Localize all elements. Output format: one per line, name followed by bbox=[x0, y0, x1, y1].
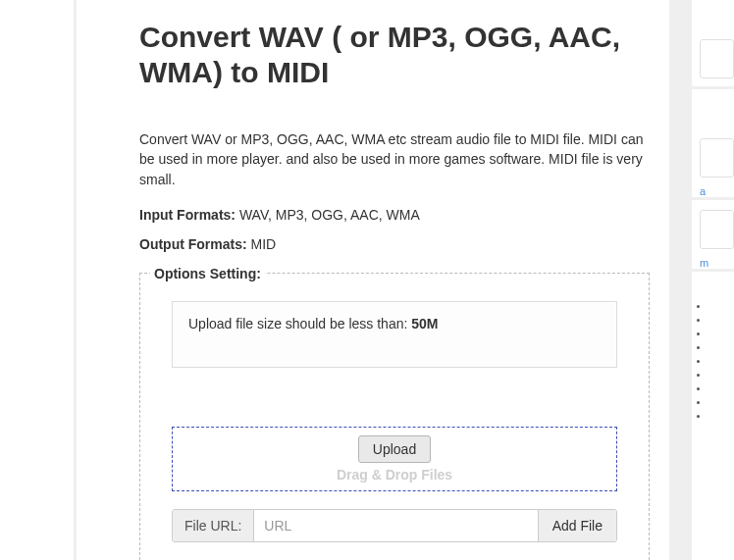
right-sidebar: a m bbox=[689, 0, 734, 560]
left-gutter bbox=[0, 0, 74, 560]
output-formats-line: Output Formats: MID bbox=[96, 236, 650, 252]
sidebar-list-item[interactable] bbox=[709, 383, 734, 397]
page-title: Convert WAV ( or MP3, OGG, AAC, WMA) to … bbox=[96, 20, 650, 90]
sidebar-list-item[interactable] bbox=[709, 370, 734, 383]
sidebar-list bbox=[709, 301, 734, 425]
sidebar-list-item[interactable] bbox=[709, 411, 734, 425]
url-footnote bbox=[172, 552, 617, 560]
file-url-input[interactable] bbox=[254, 510, 537, 541]
file-url-label: File URL: bbox=[173, 510, 254, 541]
upload-limit-value: 50M bbox=[411, 316, 438, 331]
options-fieldset: Options Setting: Upload file size should… bbox=[139, 266, 650, 560]
sidebar-card[interactable] bbox=[700, 138, 734, 178]
main-content: Convert WAV ( or MP3, OGG, AAC, WMA) to … bbox=[77, 0, 669, 560]
output-formats-value: MID bbox=[251, 236, 277, 252]
sidebar-card[interactable] bbox=[700, 39, 734, 78]
input-formats-line: Input Formats: WAV, MP3, OGG, AAC, WMA bbox=[96, 207, 650, 223]
output-formats-label: Output Formats: bbox=[139, 236, 247, 252]
sidebar-list-item[interactable] bbox=[709, 356, 734, 370]
sidebar-label: a bbox=[700, 185, 734, 197]
input-formats-value: WAV, MP3, OGG, AAC, WMA bbox=[239, 207, 420, 223]
input-formats-label: Input Formats: bbox=[139, 207, 236, 223]
sidebar-list-item[interactable] bbox=[709, 329, 734, 342]
sidebar-label: m bbox=[700, 257, 734, 269]
left-divider bbox=[74, 0, 77, 560]
add-file-button[interactable]: Add File bbox=[538, 510, 616, 541]
dropzone-hint: Drag & Drop Files bbox=[337, 467, 452, 483]
options-legend: Options Setting: bbox=[150, 266, 265, 281]
sidebar-list-item[interactable] bbox=[709, 397, 734, 411]
file-url-row: File URL: Add File bbox=[172, 509, 617, 542]
sidebar-list-item[interactable] bbox=[709, 315, 734, 329]
sidebar-list-item[interactable] bbox=[709, 301, 734, 315]
page-description: Convert WAV or MP3, OGG, AAC, WMA etc st… bbox=[96, 129, 650, 189]
upload-button[interactable]: Upload bbox=[358, 435, 431, 463]
sidebar-list-item[interactable] bbox=[709, 342, 734, 356]
upload-limit-notice: Upload file size should be less than: 50… bbox=[172, 301, 617, 368]
file-dropzone[interactable]: Upload Drag & Drop Files bbox=[172, 427, 617, 491]
sidebar-card[interactable] bbox=[700, 210, 734, 249]
upload-limit-text: Upload file size should be less than: bbox=[188, 316, 411, 331]
